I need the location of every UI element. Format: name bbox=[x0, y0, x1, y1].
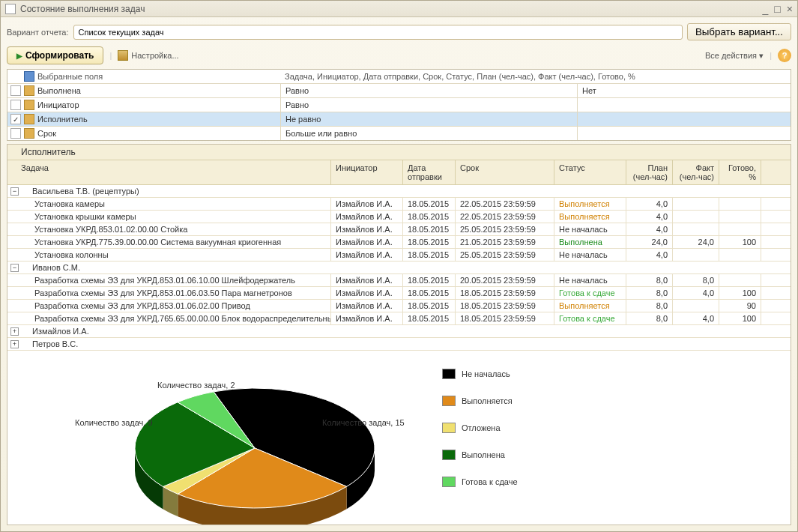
filter-op[interactable]: Больше или равно bbox=[280, 127, 577, 140]
table-row[interactable]: Установка УКРД.775.39.00.00.00 Система в… bbox=[7, 236, 791, 249]
filter-name: Исполнитель bbox=[37, 115, 88, 124]
legend-label: Выполняется bbox=[462, 396, 513, 405]
table-row[interactable]: Разработка схемы ЭЗ для УКРД.853.01.06.1… bbox=[7, 274, 791, 287]
all-actions-label: Все действия bbox=[705, 51, 757, 60]
choose-variant-button[interactable]: Выбрать вариант... bbox=[687, 23, 791, 40]
filter-val[interactable] bbox=[577, 98, 791, 112]
filter-op[interactable]: Равно bbox=[280, 98, 577, 112]
pie-label: Количество задач, 9 bbox=[75, 418, 153, 427]
legend-label: Выполнена bbox=[462, 450, 505, 459]
legend-swatch bbox=[442, 396, 456, 406]
filter-val[interactable]: Нет bbox=[577, 84, 791, 97]
filter-val[interactable] bbox=[577, 112, 791, 126]
legend-item: Готова к сдаче bbox=[442, 477, 518, 487]
pie-chart: Количество задач, 15Количество задач, 9К… bbox=[22, 366, 412, 525]
filter-checkbox[interactable] bbox=[10, 128, 21, 139]
fields-icon bbox=[24, 71, 34, 82]
report-area[interactable]: Исполнитель Задача Инициатор Дата отправ… bbox=[7, 144, 791, 525]
filter-header: Выбранные поля Задача, Инициатор, Дата о… bbox=[7, 70, 791, 84]
variant-input[interactable] bbox=[73, 25, 683, 40]
expand-icon[interactable]: − bbox=[10, 187, 19, 196]
group-row[interactable]: − Васильева Т.В. (рецептуры) bbox=[7, 185, 791, 198]
legend-item: Не началась bbox=[442, 369, 518, 379]
table-row[interactable]: Установка колонны Измайлов И.А. 18.05.20… bbox=[7, 249, 791, 262]
minimize-button[interactable]: _ bbox=[763, 3, 769, 15]
group-row[interactable]: + Петров В.С. bbox=[7, 338, 791, 351]
column-header: Задача Инициатор Дата отправки Срок Стат… bbox=[7, 160, 791, 185]
col-done[interactable]: Готово, % bbox=[719, 160, 761, 184]
group-name: Иванов С.М. bbox=[22, 263, 80, 272]
form-report-label: Сформировать bbox=[25, 50, 94, 61]
chart-area: Количество задач, 15Количество задач, 9К… bbox=[7, 351, 791, 525]
field-icon bbox=[24, 100, 34, 110]
help-icon[interactable]: ? bbox=[778, 49, 791, 62]
table-row[interactable]: Установка крышки камеры Измайлов И.А. 18… bbox=[7, 211, 791, 223]
filter-name: Срок bbox=[37, 129, 56, 138]
chart-legend: Не началась Выполняется Отложена Выполне… bbox=[442, 366, 518, 525]
filter-row[interactable]: Инициатор Равно bbox=[7, 98, 791, 112]
table-row[interactable]: Установка камеры Измайлов И.А. 18.05.201… bbox=[7, 198, 791, 211]
separator: | bbox=[770, 51, 772, 60]
all-actions-button[interactable]: Все действия ▾ bbox=[705, 51, 764, 61]
filter-op[interactable]: Не равно bbox=[280, 112, 577, 126]
legend-swatch bbox=[442, 477, 456, 487]
filter-val[interactable] bbox=[577, 127, 791, 140]
filter-name: Инициатор bbox=[37, 100, 79, 109]
window-title: Состояние выполнения задач bbox=[20, 4, 763, 14]
form-report-button[interactable]: ▶ Сформировать bbox=[7, 46, 103, 64]
group-header: Исполнитель bbox=[7, 145, 791, 160]
expand-icon[interactable]: + bbox=[10, 340, 19, 348]
separator: | bbox=[109, 51, 112, 60]
col-fact[interactable]: Факт (чел-час) bbox=[673, 160, 719, 184]
legend-label: Не началась bbox=[462, 369, 510, 378]
table-row[interactable]: Разработка схемы ЭЗ для УКРД.853.01.06.0… bbox=[7, 300, 791, 312]
filter-name: Выполнена bbox=[37, 86, 81, 95]
filter-checkbox[interactable] bbox=[10, 85, 21, 96]
legend-item: Выполняется bbox=[442, 396, 518, 406]
filter-op[interactable]: Равно bbox=[280, 84, 577, 97]
col-task[interactable]: Задача bbox=[7, 160, 331, 184]
maximize-button[interactable]: □ bbox=[774, 3, 780, 15]
settings-button[interactable]: Настройка... bbox=[118, 50, 178, 61]
settings-icon bbox=[118, 50, 128, 61]
group-name: Васильева Т.В. (рецептуры) bbox=[22, 187, 139, 196]
pie-label: Количество задач, 15 bbox=[322, 418, 405, 427]
legend-label: Отложена bbox=[462, 423, 501, 432]
legend-item: Отложена bbox=[442, 423, 518, 433]
table-row[interactable]: Установка УКРД.853.01.02.00.00 Стойка Из… bbox=[7, 223, 791, 236]
doc-icon bbox=[5, 4, 16, 14]
group-row[interactable]: − Иванов С.М. bbox=[7, 262, 791, 274]
legend-label: Готова к сдаче bbox=[462, 477, 518, 486]
play-icon: ▶ bbox=[16, 52, 22, 60]
expand-icon[interactable]: + bbox=[10, 327, 19, 336]
close-button[interactable]: × bbox=[787, 3, 793, 15]
legend-swatch bbox=[442, 450, 456, 460]
titlebar: Состояние выполнения задач _ □ × bbox=[1, 1, 797, 17]
field-icon bbox=[24, 128, 34, 139]
filter-checkbox[interactable] bbox=[10, 100, 21, 110]
filter-panel: Выбранные поля Задача, Инициатор, Дата о… bbox=[7, 69, 791, 141]
fields-label: Выбранные поля bbox=[37, 72, 103, 81]
legend-swatch bbox=[442, 369, 456, 379]
col-initiator[interactable]: Инициатор bbox=[331, 160, 403, 184]
filter-row[interactable]: ✓ Исполнитель Не равно bbox=[7, 112, 791, 127]
table-row[interactable]: Разработка схемы ЭЗ для УКРД.853.01.06.0… bbox=[7, 287, 791, 300]
col-due[interactable]: Срок bbox=[456, 160, 554, 184]
field-icon bbox=[24, 114, 34, 124]
legend-item: Выполнена bbox=[442, 450, 518, 460]
group-row[interactable]: + Измайлов И.А. bbox=[7, 325, 791, 338]
settings-label: Настройка... bbox=[131, 51, 178, 60]
variant-label: Вариант отчета: bbox=[7, 28, 69, 37]
group-name: Измайлов И.А. bbox=[22, 327, 89, 336]
col-plan[interactable]: План (чел-час) bbox=[626, 160, 673, 184]
filter-row[interactable]: Выполнена Равно Нет bbox=[7, 84, 791, 98]
expand-icon[interactable]: − bbox=[10, 264, 19, 272]
group-name: Петров В.С. bbox=[22, 339, 78, 348]
col-status[interactable]: Статус bbox=[554, 160, 626, 184]
table-row[interactable]: Разработка схемы ЭЗ для УКРД.765.65.00.0… bbox=[7, 312, 791, 325]
col-date[interactable]: Дата отправки bbox=[403, 160, 456, 184]
filter-row[interactable]: Срок Больше или равно bbox=[7, 127, 791, 140]
filter-checkbox[interactable]: ✓ bbox=[10, 114, 21, 124]
legend-swatch bbox=[442, 423, 456, 433]
pie-label: Количество задач, 2 bbox=[157, 381, 235, 390]
